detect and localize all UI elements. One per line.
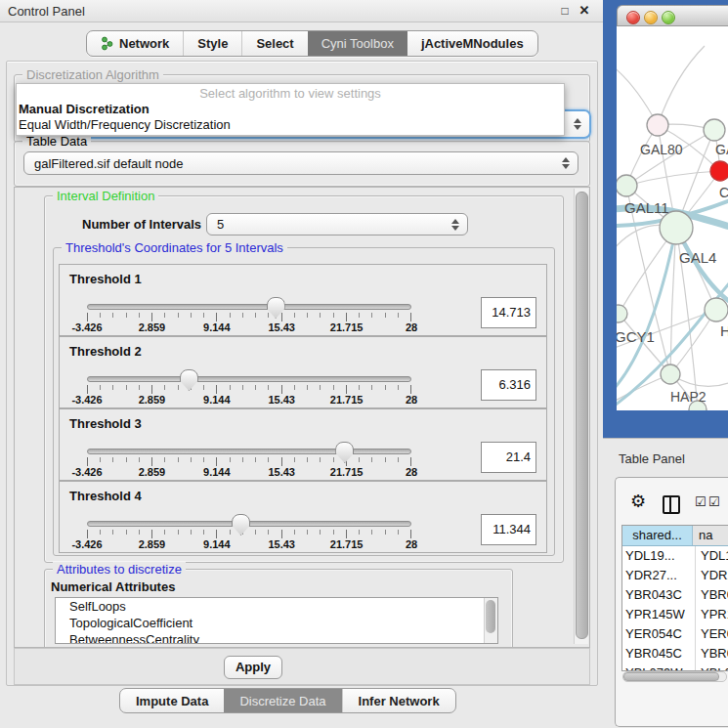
threshold-coordinates-group-label: Threshold's Coordinates for 5 Intervals: [62, 240, 287, 255]
threshold-2-value-input[interactable]: 6.316: [481, 369, 536, 401]
float-window-icon[interactable]: □: [557, 3, 573, 19]
zoom-traffic-light-icon[interactable]: [662, 11, 675, 24]
threshold-4-panel: Threshold 4 -3.426 2.859 9.144 15.43: [59, 481, 547, 553]
cell-name[interactable]: YDR2: [696, 566, 728, 585]
threshold-3-slider[interactable]: -3.426 2.859 9.144 15.43 21.715 28: [87, 449, 411, 480]
control-panel-title: Control Panel: [8, 4, 85, 19]
cell-name[interactable]: YDL1: [696, 546, 728, 566]
cell-name[interactable]: YBL0: [696, 664, 728, 671]
cell-shared-name[interactable]: YDR27...: [622, 566, 696, 585]
cell-shared-name[interactable]: YPR145W: [622, 605, 696, 624]
numerical-attributes-list: SelfLoops TopologicalCoefficient Between…: [55, 597, 498, 644]
table-row[interactable]: YBL079WYBL0: [622, 664, 728, 671]
cell-shared-name[interactable]: YBR045C: [622, 644, 696, 664]
tab-select[interactable]: Select: [241, 31, 307, 56]
tab-discretize-data-label: Discretize Data: [239, 694, 325, 708]
threshold-1-value-input[interactable]: 14.713: [481, 297, 536, 328]
threshold-4-value-input[interactable]: 11.344: [481, 514, 536, 545]
column-header-shared-name[interactable]: shared...: [622, 526, 693, 545]
attributes-list-scrollbar[interactable]: [484, 598, 497, 643]
node-selected-red[interactable]: [710, 161, 728, 181]
node-gal80[interactable]: [647, 114, 668, 136]
checkbox-icon[interactable]: ☑: [695, 494, 707, 509]
threshold-2-slider[interactable]: -3.426 2.859 9.144 15.43 21.715 28: [87, 376, 411, 407]
combobox-stepper-icon: [562, 157, 570, 169]
split-columns-icon[interactable]: [663, 495, 680, 514]
threshold-3-value-input[interactable]: 21.4: [481, 442, 536, 473]
tick-label: 9.144: [203, 466, 231, 478]
cell-name[interactable]: YER0: [696, 624, 728, 644]
tick-label: 9.144: [203, 538, 231, 550]
tab-impute-data[interactable]: Impute Data: [120, 689, 224, 712]
slider-tick-labels: -3.426 2.859 9.144 15.43 21.715 28: [87, 321, 411, 333]
number-of-intervals-combobox[interactable]: 5: [206, 213, 468, 236]
scrollbar-thumb[interactable]: [576, 192, 588, 639]
column-header-name[interactable]: na: [693, 526, 728, 545]
table-row[interactable]: YDL19...YDL1: [622, 546, 728, 566]
close-traffic-light-icon[interactable]: [626, 11, 640, 24]
slider-track[interactable]: [87, 304, 411, 310]
number-of-intervals-value: 5: [217, 217, 224, 232]
threshold-4-label: Threshold 4: [69, 489, 142, 503]
table-row[interactable]: YER054CYER0: [622, 624, 728, 644]
cell-shared-name[interactable]: YDL19...: [622, 546, 696, 566]
tab-cyni-toolbox[interactable]: Cyni Toolbox: [308, 31, 407, 56]
tick-label: 2.859: [139, 394, 166, 406]
interval-definition-group-label: Interval Definition: [53, 189, 158, 203]
scrollbar-thumb[interactable]: [623, 672, 719, 681]
table-row[interactable]: YPR145WYPR1: [622, 605, 728, 624]
checkbox-icon[interactable]: ☑: [708, 494, 720, 509]
list-item-selfloops[interactable]: SelfLoops: [56, 598, 497, 615]
table-row[interactable]: YBR043CYBR0: [622, 585, 728, 605]
node-gal4[interactable]: [660, 211, 693, 244]
scrollbar-thumb[interactable]: [486, 600, 495, 633]
table-data-combobox[interactable]: galFiltered.sif default node: [23, 151, 578, 175]
close-icon[interactable]: ✕: [577, 3, 592, 19]
list-item-betweennesscentrality[interactable]: BetweennessCentrality: [56, 631, 497, 644]
node-gcy1[interactable]: [617, 305, 627, 322]
cell-shared-name[interactable]: YBR043C: [622, 585, 696, 605]
tab-discretize-data[interactable]: Discretize Data: [224, 689, 341, 712]
menu-item-manual-discretization[interactable]: Manual Discretization: [19, 102, 150, 116]
attributes-to-discretize-group: Attributes to discretize Numerical Attri…: [44, 569, 513, 648]
tab-network[interactable]: Network: [87, 31, 183, 56]
control-panel-window: Control Panel □ ✕ Network Style Select C…: [0, 0, 603, 728]
node-label: GAL11: [624, 199, 669, 216]
list-item-topologicalcoefficient[interactable]: TopologicalCoefficient: [56, 615, 497, 631]
node-ga[interactable]: [704, 119, 725, 141]
cell-shared-name[interactable]: YBL079W: [622, 664, 696, 671]
cell-name[interactable]: YBR0: [696, 585, 728, 605]
node-label: HAP2: [670, 389, 707, 405]
cell-shared-name[interactable]: YER054C: [622, 624, 696, 644]
gear-icon[interactable]: ⚙: [630, 492, 646, 510]
network-icon: [101, 36, 113, 51]
table-horizontal-scrollbar[interactable]: [622, 671, 727, 682]
threshold-1-slider[interactable]: -3.426 2.859 9.144 15.43 21.715 28: [87, 304, 411, 335]
table-row[interactable]: YDR27...YDR2: [622, 566, 728, 585]
node-hap2[interactable]: [661, 364, 680, 384]
tab-infer-network[interactable]: Infer Network: [342, 689, 455, 712]
table-row[interactable]: YBR045CYBR0: [622, 644, 728, 664]
node-h[interactable]: [705, 298, 728, 321]
node-label: GAL4: [679, 249, 716, 266]
algorithm-dropdown-popup: Select algorithm to view settings Manual…: [16, 83, 565, 136]
tab-select-label: Select: [256, 36, 293, 51]
tick-label: 2.859: [139, 466, 166, 478]
number-of-intervals-label: Number of Intervals: [82, 217, 201, 232]
menu-item-equal-width-frequency[interactable]: Equal Width/Frequency Discretization: [19, 117, 231, 132]
minimize-traffic-light-icon[interactable]: [644, 11, 658, 24]
slider-track[interactable]: [87, 449, 411, 454]
settings-vertical-scrollbar[interactable]: [574, 189, 588, 644]
network-canvas[interactable]: GAL80 GA C GAL11 GAL4 GCY1 H HAP2: [617, 26, 728, 410]
cell-name[interactable]: YPR1: [696, 605, 728, 624]
cyni-bottom-tabbar: Impute Data Discretize Data Infer Networ…: [119, 688, 456, 713]
threshold-1-label: Threshold 1: [69, 272, 142, 286]
tab-style[interactable]: Style: [183, 31, 241, 56]
threshold-4-slider[interactable]: -3.426 2.859 9.144 15.43 21.715 28: [87, 521, 411, 552]
tab-jactivemnodules[interactable]: jActiveMNodules: [407, 31, 537, 56]
tick-label: 28: [406, 538, 417, 550]
node-gal11[interactable]: [617, 175, 637, 196]
cell-name[interactable]: YBR0: [696, 644, 728, 664]
slider-track[interactable]: [87, 376, 411, 382]
apply-button[interactable]: Apply: [224, 656, 282, 679]
